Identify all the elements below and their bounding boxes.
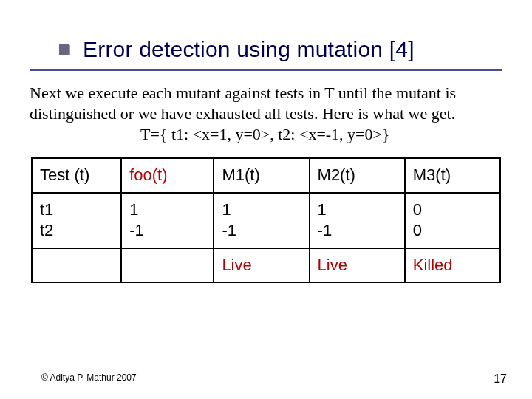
footer-copyright: © Aditya P. Mathur 2007 <box>41 372 137 383</box>
cell-status-test-blank <box>32 248 121 283</box>
cell-status-foo-blank <box>121 248 214 283</box>
cell-m3: 0 0 <box>405 193 500 248</box>
title-underline <box>30 69 502 71</box>
cell-tests: t1 t2 <box>32 193 121 248</box>
body-paragraph: Next we execute each mutant against test… <box>30 83 502 123</box>
cell-foo: 1 -1 <box>121 193 214 248</box>
test-set-definition: T={ t1: <x=1, y=0>, t2: <x=-1, y=0>} <box>140 125 502 144</box>
table-status-row: Live Live Killed <box>32 248 500 283</box>
cell-m2: 1 -1 <box>310 193 405 248</box>
header-foo: foo(t) <box>121 158 214 193</box>
table-values-row: t1 t2 1 -1 1 -1 1 -1 0 0 <box>32 193 500 248</box>
cell-status-m2: Live <box>310 248 405 283</box>
page-title: Error detection using mutation [4] <box>83 37 415 62</box>
page-number: 17 <box>494 372 507 386</box>
header-m2: M2(t) <box>310 158 405 193</box>
cell-m1: 1 -1 <box>214 193 309 248</box>
header-m1: M1(t) <box>214 158 309 193</box>
cell-status-m1: Live <box>214 248 309 283</box>
table-header-row: Test (t) foo(t) M1(t) M2(t) M3(t) <box>32 158 500 193</box>
title-bullet <box>59 44 69 55</box>
cell-status-m3: Killed <box>405 248 500 283</box>
results-table: Test (t) foo(t) M1(t) M2(t) M3(t) t1 t2 … <box>31 157 501 283</box>
header-m3: M3(t) <box>405 158 500 193</box>
header-test: Test (t) <box>32 158 121 193</box>
